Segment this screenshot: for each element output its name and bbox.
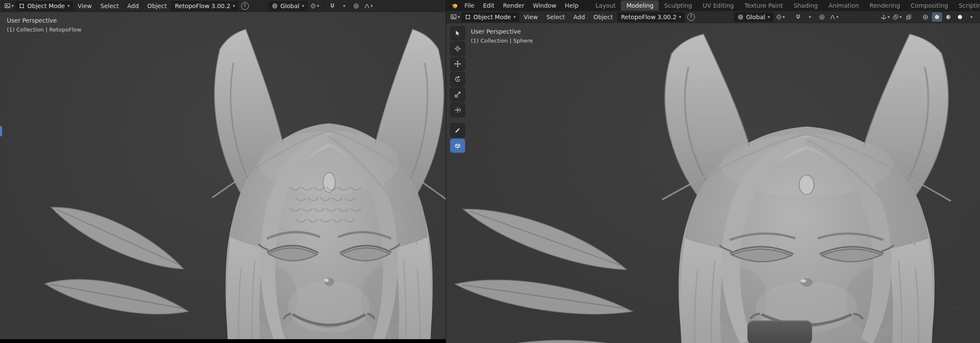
topbar: File Edit Render Window Help Layout Mode… (446, 0, 980, 11)
shading-rendered-button[interactable] (955, 12, 965, 22)
right-viewport-header: ▾ Object Mode ▾ View Select Add Object R… (446, 11, 980, 23)
menu-file[interactable]: File (461, 1, 478, 10)
menu-select[interactable]: Select (97, 1, 123, 11)
character-render-retopoflow (3, 17, 446, 339)
3d-viewport-right[interactable]: User Perspective (1) Collection | Sphere (446, 23, 980, 343)
shading-wireframe-button[interactable] (920, 12, 931, 22)
blender-logo[interactable] (450, 1, 460, 10)
retopoflow-menu[interactable]: RetopoFlow 3.00.2 ▾ (617, 12, 684, 22)
character-collar (747, 320, 812, 343)
view-label: User Perspective (7, 16, 81, 25)
context-label: (1) Collection | Sphere (471, 37, 533, 45)
snap-magnet-icon (329, 3, 335, 9)
mode-label: Object Mode (27, 3, 65, 9)
tab-shading[interactable]: Shading (788, 0, 823, 11)
menu-object[interactable]: Object (144, 1, 171, 11)
viewport-overlay-right: User Perspective (1) Collection | Sphere (471, 27, 533, 45)
transform-pivot-icon (310, 3, 316, 9)
object-mode-icon (465, 14, 471, 20)
orientation-label: Global (746, 14, 765, 20)
editor-type-icon[interactable]: ▾ (3, 1, 14, 11)
workspace-tabs: Layout Modeling Sculpting UV Editing Tex… (590, 0, 980, 11)
tab-uv-editing[interactable]: UV Editing (697, 0, 739, 11)
cursor-tool[interactable] (450, 42, 465, 55)
snap-settings-dropdown[interactable]: ▾ (805, 12, 815, 22)
character-render-sphere (446, 23, 980, 343)
scale-tool[interactable] (450, 88, 465, 101)
menu-window[interactable]: Window (529, 1, 560, 10)
3d-viewport-left[interactable]: User Perspective (1) Collection | Retopo… (0, 12, 446, 339)
gizmo-icon (881, 14, 887, 20)
menu-edit[interactable]: Edit (479, 1, 498, 10)
overlays-icon (893, 14, 899, 20)
transform-pivot-dropdown[interactable]: ▾ (309, 1, 320, 11)
menu-add[interactable]: Add (570, 12, 589, 22)
toolbar (450, 26, 465, 153)
mode-dropdown[interactable]: Object Mode ▾ (461, 12, 519, 22)
proportional-falloff-icon (364, 3, 370, 9)
tab-rendering[interactable]: Rendering (864, 0, 905, 11)
collapsed-active-tool-sliver[interactable] (0, 126, 2, 136)
help-icon[interactable]: ? (241, 2, 249, 10)
bottom-black-strip (0, 339, 446, 343)
right-blender-window: File Edit Render Window Help Layout Mode… (446, 0, 980, 343)
editor-type-icon[interactable]: ▾ (450, 12, 461, 22)
menu-object[interactable]: Object (590, 12, 617, 22)
transform-pivot-icon (776, 14, 782, 20)
transform-orientation-icon (272, 3, 278, 9)
transform-tool[interactable] (450, 103, 465, 117)
annotate-tool[interactable] (450, 124, 465, 137)
transform-orientation-dropdown[interactable]: Global ▾ (734, 12, 773, 22)
snap-toggle[interactable] (793, 12, 803, 22)
gizmo-dropdown[interactable]: ▾ (880, 12, 891, 22)
shading-material-button[interactable] (943, 12, 954, 22)
menu-help[interactable]: Help (561, 1, 582, 10)
shading-solid-icon (934, 14, 940, 20)
xray-toggle[interactable] (904, 12, 914, 22)
shading-solid-button[interactable] (932, 12, 942, 22)
transform-orientation-dropdown[interactable]: Global ▾ (268, 1, 308, 11)
menu-render[interactable]: Render (499, 1, 528, 10)
move-tool[interactable] (450, 57, 465, 71)
shading-material-icon (945, 14, 951, 20)
proportional-editing-toggle[interactable] (351, 1, 361, 11)
mode-label: Object Mode (473, 14, 511, 20)
rotate-tool[interactable] (450, 72, 465, 86)
menu-view[interactable]: View (74, 1, 95, 11)
viewport-overlay-left: User Perspective (1) Collection | Retopo… (7, 16, 81, 34)
tab-modeling[interactable]: Modeling (621, 0, 659, 11)
proportional-editing-icon (819, 14, 825, 20)
transform-pivot-dropdown[interactable]: ▾ (775, 12, 786, 22)
left-blender-window: ▾ Object Mode ▾ View Select Add Object R… (0, 0, 446, 343)
tab-animation[interactable]: Animation (823, 0, 864, 11)
snap-toggle[interactable] (327, 1, 337, 11)
proportional-editing-toggle[interactable] (817, 12, 827, 22)
context-label: (1) Collection | RetopoFlow (7, 26, 81, 34)
object-mode-icon (19, 3, 25, 9)
menu-view[interactable]: View (520, 12, 542, 22)
tab-sculpting[interactable]: Sculpting (659, 0, 697, 11)
proportional-editing-icon (353, 3, 359, 9)
menu-select[interactable]: Select (543, 12, 569, 22)
retopoflow-tool[interactable] (450, 139, 465, 153)
tweak-tool[interactable] (450, 26, 465, 40)
shading-settings-dropdown[interactable]: ▾ (966, 12, 977, 22)
tab-scripting[interactable]: Scripting (953, 0, 980, 11)
proportional-falloff-icon (830, 14, 836, 20)
view-label: User Perspective (471, 27, 533, 36)
menu-add[interactable]: Add (124, 1, 143, 11)
transform-orientation-icon (738, 14, 744, 20)
blender-comparison-screen: ▾ Object Mode ▾ View Select Add Object R… (0, 0, 980, 343)
help-icon[interactable]: ? (687, 13, 695, 21)
xray-icon (906, 14, 912, 20)
tab-compositing[interactable]: Compositing (905, 0, 953, 11)
overlays-toggle[interactable]: ▾ (892, 12, 902, 22)
retopoflow-menu[interactable]: RetopoFlow 3.00.2 ▾ (171, 1, 238, 11)
mode-dropdown[interactable]: Object Mode ▾ (15, 1, 73, 11)
orientation-label: Global (280, 3, 300, 9)
proportional-falloff-dropdown[interactable]: ▾ (363, 1, 374, 11)
proportional-falloff-dropdown[interactable]: ▾ (829, 12, 839, 22)
tab-layout[interactable]: Layout (590, 0, 621, 11)
snap-settings-dropdown[interactable]: ▾ (339, 1, 349, 11)
tab-texture-paint[interactable]: Texture Paint (739, 0, 788, 11)
